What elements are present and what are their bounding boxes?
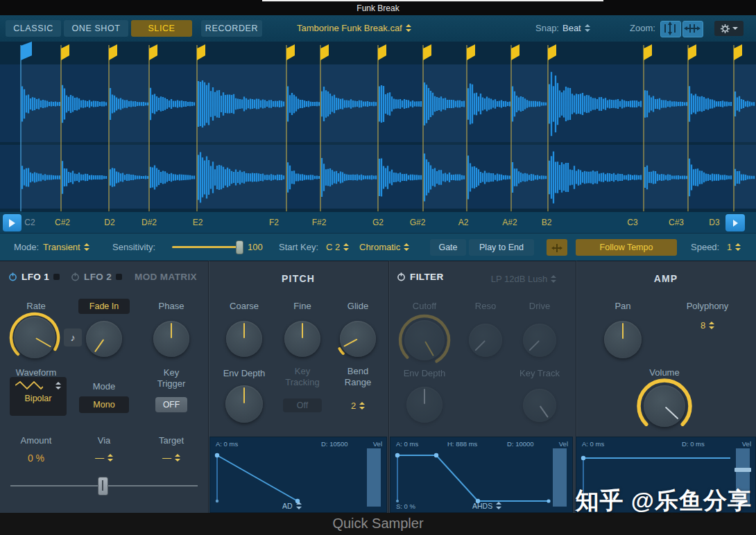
amount-value[interactable]: 0 % (12, 453, 60, 464)
polyphony-selector[interactable]: 8 (676, 320, 739, 331)
slice-marker-flag[interactable] (688, 44, 696, 60)
slice-marker-flag[interactable] (644, 44, 652, 60)
drive-knob[interactable] (523, 324, 556, 357)
lfo-mode-selector[interactable]: Mono (79, 396, 129, 413)
rate-knob[interactable] (14, 317, 55, 358)
glide-knob[interactable] (340, 321, 376, 357)
pitch-envelope-panel[interactable]: A: 0 ms D: 10500 Vel AD (209, 437, 387, 513)
key-label-C2[interactable]: C2 (15, 218, 45, 227)
slice-marker-flag[interactable] (61, 44, 69, 60)
pitch-env-depth-knob[interactable] (225, 385, 263, 423)
key-label-G2[interactable]: G2 (363, 218, 393, 227)
vertical-zoom-button[interactable] (660, 21, 681, 37)
scale-selector[interactable]: Chromatic (359, 242, 409, 252)
key-label-C#2[interactable]: C#2 (47, 218, 78, 227)
pan-knob[interactable] (604, 321, 642, 358)
sensitivity-slider[interactable] (172, 246, 239, 248)
mode-button-classic[interactable]: CLASSIC (6, 20, 61, 37)
key-label-F#2[interactable]: F#2 (304, 218, 334, 227)
via-selector[interactable]: — (80, 453, 128, 463)
lfo-waveform-selector[interactable]: Bipolar (10, 377, 67, 416)
arrow-right-icon (733, 220, 738, 227)
filter-envelope-panel[interactable]: A: 0 ms H: 888 ms D: 10000 Vel S: 0 % AH… (390, 437, 573, 513)
reso-knob[interactable] (469, 324, 502, 357)
filter-key-track-knob[interactable] (523, 389, 556, 422)
phase-knob[interactable] (153, 321, 189, 357)
slice-marker-flag[interactable] (109, 44, 117, 60)
coarse-knob[interactable] (226, 321, 262, 357)
sensitivity-slider-handle[interactable] (236, 240, 243, 254)
key-tracking-toggle[interactable]: Off (283, 398, 322, 412)
pitch-env-mode-selector[interactable]: AD (282, 502, 300, 510)
rate-label: Rate (12, 301, 60, 312)
vertical-zoom-icon (661, 21, 679, 35)
tab-lfo2[interactable]: LFO 2 (71, 272, 122, 282)
stepper-icon[interactable] (406, 24, 411, 32)
slice-mode-selector[interactable]: Transient (43, 242, 89, 252)
filter-section-title[interactable]: FILTER (397, 272, 444, 282)
stepper-icon[interactable] (55, 382, 61, 389)
filter-env-sustain[interactable]: S: 0 % (396, 502, 415, 510)
phase-label: Phase (147, 301, 196, 312)
titlebar-highlight (262, 0, 603, 1)
slice-marker-flag[interactable] (197, 44, 205, 60)
slice-marker-flag[interactable] (378, 44, 386, 60)
filter-envelope-curve (390, 437, 572, 512)
key-trigger-toggle[interactable]: OFF (155, 397, 187, 412)
filter-env-depth-knob[interactable] (406, 387, 443, 423)
power-icon (397, 272, 406, 281)
tab-mod-matrix[interactable]: MOD MATRIX (135, 272, 197, 282)
horizontal-zoom-icon (683, 21, 701, 35)
settings-menu-button[interactable] (714, 21, 744, 36)
fade-in-selector[interactable]: Fade In (78, 299, 130, 314)
power-icon (8, 272, 17, 281)
filter-type-selector[interactable]: LP 12dB Lush (479, 274, 569, 284)
key-label-B2[interactable]: B2 (531, 218, 562, 227)
start-key-selector[interactable]: C 2 (326, 242, 349, 252)
filter-env-mode-selector[interactable]: AHDS (472, 502, 500, 510)
follow-tempo-button[interactable]: Follow Tempo (576, 239, 677, 256)
key-label-D3[interactable]: D3 (699, 218, 730, 227)
slice-marker-flag[interactable] (286, 44, 295, 60)
fade-in-knob[interactable] (86, 321, 122, 357)
key-label-D2[interactable]: D2 (94, 218, 125, 227)
slice-marker-flag-start[interactable] (21, 42, 32, 60)
slice-marker-flag[interactable] (423, 44, 431, 60)
gate-button[interactable]: Gate (430, 239, 466, 256)
tab-lfo1[interactable]: LFO 1 (8, 272, 60, 282)
mode-button-recorder[interactable]: RECORDER (201, 20, 262, 37)
slice-marker-flag[interactable] (734, 44, 742, 60)
slice-marker-flag[interactable] (149, 44, 157, 60)
flex-button[interactable] (547, 239, 567, 256)
stepper-icon[interactable] (585, 24, 590, 32)
slice-marker-flag[interactable] (511, 44, 519, 60)
snap-control[interactable]: Snap:Beat (535, 20, 590, 37)
amount-slider-handle[interactable] (98, 477, 108, 495)
key-label-C#3[interactable]: C#3 (661, 218, 691, 227)
column-divider (208, 261, 209, 513)
speed-selector[interactable]: 1 (727, 242, 741, 252)
mode-button-one-shot[interactable]: ONE SHOT (64, 20, 128, 37)
horizontal-zoom-button[interactable] (682, 21, 703, 37)
mode-button-slice[interactable]: SLICE (131, 20, 192, 37)
key-label-G#2[interactable]: G#2 (402, 218, 433, 227)
key-label-F2[interactable]: F2 (259, 218, 289, 227)
slice-marker-flag[interactable] (320, 44, 329, 60)
target-selector[interactable]: — (147, 453, 196, 463)
key-label-E2[interactable]: E2 (182, 218, 213, 227)
bipolar-label[interactable]: Bipolar (10, 394, 67, 403)
cutoff-knob[interactable] (404, 320, 445, 360)
volume-knob[interactable] (644, 385, 685, 427)
speed-label: Speed: (691, 242, 719, 252)
sample-file-selector[interactable]: Tamborine Funk Break.caf (297, 20, 411, 37)
bend-range-selector[interactable]: 2 (334, 401, 382, 411)
key-label-A#2[interactable]: A#2 (495, 218, 525, 227)
play-to-end-button[interactable]: Play to End (469, 239, 534, 256)
fine-knob[interactable] (284, 321, 320, 357)
key-label-C3[interactable]: C3 (617, 218, 648, 227)
key-label-A2[interactable]: A2 (448, 218, 479, 227)
waveform-display[interactable] (0, 42, 756, 211)
slice-marker-flag[interactable] (548, 44, 556, 60)
slice-marker-flag[interactable] (467, 44, 475, 60)
key-label-D#2[interactable]: D#2 (134, 218, 164, 227)
